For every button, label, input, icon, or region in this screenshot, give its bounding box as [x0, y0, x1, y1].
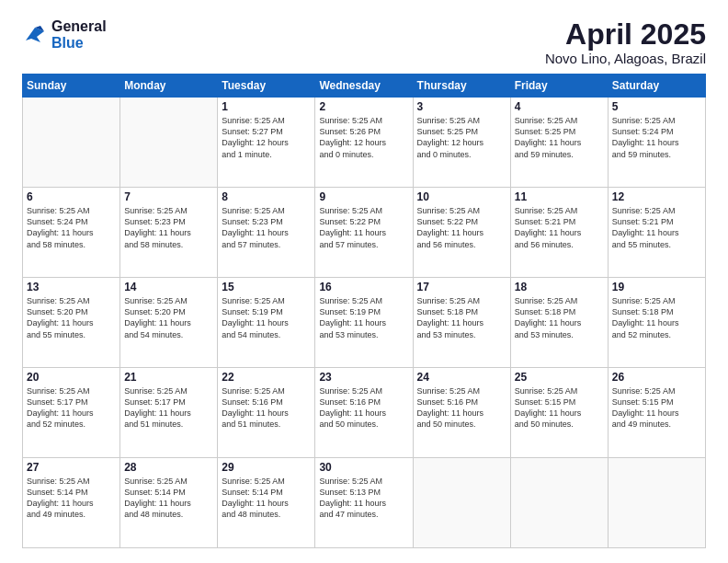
day-info: Sunrise: 5:25 AM Sunset: 5:20 PM Dayligh… — [124, 295, 213, 340]
day-number: 6 — [27, 190, 116, 203]
page: General Blue April 2025 Novo Lino, Alago… — [0, 0, 728, 563]
day-info: Sunrise: 5:25 AM Sunset: 5:25 PM Dayligh… — [515, 115, 604, 160]
day-number: 8 — [222, 190, 311, 203]
calendar-title: April 2025 — [545, 18, 706, 51]
day-info: Sunrise: 5:25 AM Sunset: 5:18 PM Dayligh… — [515, 295, 604, 340]
calendar-week-3: 20Sunrise: 5:25 AM Sunset: 5:17 PM Dayli… — [23, 368, 706, 458]
calendar-day: 26Sunrise: 5:25 AM Sunset: 5:15 PM Dayli… — [608, 368, 705, 458]
day-info: Sunrise: 5:25 AM Sunset: 5:13 PM Dayligh… — [319, 476, 408, 521]
calendar-day: 9Sunrise: 5:25 AM Sunset: 5:22 PM Daylig… — [315, 188, 413, 278]
day-info: Sunrise: 5:25 AM Sunset: 5:19 PM Dayligh… — [319, 295, 408, 340]
calendar-day: 8Sunrise: 5:25 AM Sunset: 5:23 PM Daylig… — [218, 188, 315, 278]
title-block: April 2025 Novo Lino, Alagoas, Brazil — [545, 18, 706, 66]
day-info: Sunrise: 5:25 AM Sunset: 5:24 PM Dayligh… — [612, 115, 701, 160]
day-info: Sunrise: 5:25 AM Sunset: 5:14 PM Dayligh… — [27, 476, 116, 521]
header-thursday: Thursday — [413, 75, 510, 98]
calendar-week-4: 27Sunrise: 5:25 AM Sunset: 5:14 PM Dayli… — [23, 458, 706, 548]
day-number: 21 — [124, 371, 213, 384]
calendar-day: 5Sunrise: 5:25 AM Sunset: 5:24 PM Daylig… — [608, 98, 705, 188]
calendar-week-0: 1Sunrise: 5:25 AM Sunset: 5:27 PM Daylig… — [23, 98, 706, 188]
day-number: 20 — [27, 371, 116, 384]
day-number: 12 — [612, 190, 701, 203]
calendar-day: 12Sunrise: 5:25 AM Sunset: 5:21 PM Dayli… — [608, 188, 705, 278]
logo-text: General Blue — [51, 18, 107, 51]
day-number: 1 — [222, 100, 311, 113]
calendar-day: 19Sunrise: 5:25 AM Sunset: 5:18 PM Dayli… — [608, 278, 705, 368]
day-number: 17 — [417, 281, 506, 293]
calendar-day: 25Sunrise: 5:25 AM Sunset: 5:15 PM Dayli… — [510, 368, 608, 458]
calendar-day — [23, 98, 120, 188]
header-wednesday: Wednesday — [315, 75, 413, 98]
calendar-day: 6Sunrise: 5:25 AM Sunset: 5:24 PM Daylig… — [23, 188, 120, 278]
day-number: 30 — [319, 461, 408, 474]
calendar-day: 10Sunrise: 5:25 AM Sunset: 5:22 PM Dayli… — [413, 188, 510, 278]
calendar-day: 22Sunrise: 5:25 AM Sunset: 5:16 PM Dayli… — [218, 368, 315, 458]
day-number: 4 — [515, 100, 604, 113]
header-tuesday: Tuesday — [218, 75, 315, 98]
header-monday: Monday — [120, 75, 218, 98]
calendar-day — [413, 458, 510, 548]
day-number: 11 — [515, 190, 604, 203]
day-number: 15 — [222, 281, 311, 293]
day-info: Sunrise: 5:25 AM Sunset: 5:14 PM Dayligh… — [222, 476, 311, 521]
day-number: 5 — [612, 100, 701, 113]
day-info: Sunrise: 5:25 AM Sunset: 5:23 PM Dayligh… — [222, 205, 311, 250]
header: General Blue April 2025 Novo Lino, Alago… — [22, 18, 706, 66]
day-number: 9 — [319, 190, 408, 203]
calendar-day: 20Sunrise: 5:25 AM Sunset: 5:17 PM Dayli… — [23, 368, 120, 458]
calendar-day: 14Sunrise: 5:25 AM Sunset: 5:20 PM Dayli… — [120, 278, 218, 368]
calendar-day: 17Sunrise: 5:25 AM Sunset: 5:18 PM Dayli… — [413, 278, 510, 368]
day-info: Sunrise: 5:25 AM Sunset: 5:16 PM Dayligh… — [417, 385, 506, 431]
calendar-header-row: Sunday Monday Tuesday Wednesday Thursday… — [23, 75, 706, 98]
day-number: 19 — [612, 281, 701, 293]
header-saturday: Saturday — [608, 75, 705, 98]
day-number: 26 — [612, 371, 701, 384]
day-number: 29 — [222, 461, 311, 474]
day-info: Sunrise: 5:25 AM Sunset: 5:24 PM Dayligh… — [27, 205, 116, 250]
calendar-day: 29Sunrise: 5:25 AM Sunset: 5:14 PM Dayli… — [218, 458, 315, 548]
day-info: Sunrise: 5:25 AM Sunset: 5:26 PM Dayligh… — [319, 115, 408, 160]
header-friday: Friday — [510, 75, 608, 98]
day-info: Sunrise: 5:25 AM Sunset: 5:14 PM Dayligh… — [124, 476, 213, 521]
day-number: 27 — [27, 461, 116, 474]
calendar-day: 24Sunrise: 5:25 AM Sunset: 5:16 PM Dayli… — [413, 368, 510, 458]
day-info: Sunrise: 5:25 AM Sunset: 5:22 PM Dayligh… — [319, 205, 408, 250]
calendar-day: 18Sunrise: 5:25 AM Sunset: 5:18 PM Dayli… — [510, 278, 608, 368]
calendar-day: 30Sunrise: 5:25 AM Sunset: 5:13 PM Dayli… — [315, 458, 413, 548]
day-info: Sunrise: 5:25 AM Sunset: 5:27 PM Dayligh… — [222, 115, 311, 160]
day-number: 24 — [417, 371, 506, 384]
day-info: Sunrise: 5:25 AM Sunset: 5:18 PM Dayligh… — [612, 295, 701, 340]
day-info: Sunrise: 5:25 AM Sunset: 5:17 PM Dayligh… — [27, 385, 116, 431]
calendar-day — [510, 458, 608, 548]
day-number: 16 — [319, 281, 408, 293]
day-info: Sunrise: 5:25 AM Sunset: 5:16 PM Dayligh… — [319, 385, 408, 431]
day-number: 25 — [515, 371, 604, 384]
calendar-day: 11Sunrise: 5:25 AM Sunset: 5:21 PM Dayli… — [510, 188, 608, 278]
logo-icon — [22, 24, 48, 46]
calendar-day: 15Sunrise: 5:25 AM Sunset: 5:19 PM Dayli… — [218, 278, 315, 368]
calendar-day: 2Sunrise: 5:25 AM Sunset: 5:26 PM Daylig… — [315, 98, 413, 188]
day-info: Sunrise: 5:25 AM Sunset: 5:19 PM Dayligh… — [222, 295, 311, 340]
day-info: Sunrise: 5:25 AM Sunset: 5:22 PM Dayligh… — [417, 205, 506, 250]
calendar-week-2: 13Sunrise: 5:25 AM Sunset: 5:20 PM Dayli… — [23, 278, 706, 368]
day-info: Sunrise: 5:25 AM Sunset: 5:25 PM Dayligh… — [417, 115, 506, 160]
day-number: 10 — [417, 190, 506, 203]
calendar-week-1: 6Sunrise: 5:25 AM Sunset: 5:24 PM Daylig… — [23, 188, 706, 278]
calendar-subtitle: Novo Lino, Alagoas, Brazil — [545, 51, 706, 66]
day-number: 7 — [124, 190, 213, 203]
calendar-day: 1Sunrise: 5:25 AM Sunset: 5:27 PM Daylig… — [218, 98, 315, 188]
day-info: Sunrise: 5:25 AM Sunset: 5:18 PM Dayligh… — [417, 295, 506, 340]
day-info: Sunrise: 5:25 AM Sunset: 5:16 PM Dayligh… — [222, 385, 311, 431]
day-number: 23 — [319, 371, 408, 384]
calendar-day: 21Sunrise: 5:25 AM Sunset: 5:17 PM Dayli… — [120, 368, 218, 458]
calendar-day: 7Sunrise: 5:25 AM Sunset: 5:23 PM Daylig… — [120, 188, 218, 278]
header-sunday: Sunday — [23, 75, 120, 98]
calendar-day: 3Sunrise: 5:25 AM Sunset: 5:25 PM Daylig… — [413, 98, 510, 188]
calendar-day: 13Sunrise: 5:25 AM Sunset: 5:20 PM Dayli… — [23, 278, 120, 368]
day-info: Sunrise: 5:25 AM Sunset: 5:15 PM Dayligh… — [612, 385, 701, 431]
logo: General Blue — [22, 18, 107, 51]
day-number: 14 — [124, 281, 213, 293]
calendar-day: 16Sunrise: 5:25 AM Sunset: 5:19 PM Dayli… — [315, 278, 413, 368]
day-number: 18 — [515, 281, 604, 293]
calendar-day: 4Sunrise: 5:25 AM Sunset: 5:25 PM Daylig… — [510, 98, 608, 188]
